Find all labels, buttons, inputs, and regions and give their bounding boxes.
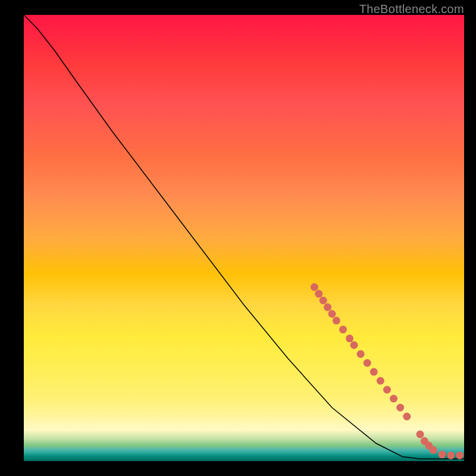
data-point — [403, 413, 411, 421]
data-point — [364, 359, 371, 367]
data-point — [320, 297, 327, 305]
data-point — [328, 310, 336, 318]
chart-plot-area — [24, 15, 464, 461]
data-point — [350, 342, 358, 349]
data-point — [333, 317, 340, 324]
data-point — [377, 377, 384, 385]
data-point — [311, 283, 318, 291]
data-point — [390, 395, 397, 403]
data-point — [396, 404, 404, 412]
watermark-text: TheBottleneck.com — [359, 2, 464, 16]
data-point — [346, 334, 353, 342]
data-point — [370, 368, 378, 376]
data-point — [383, 386, 391, 394]
data-point — [357, 350, 365, 358]
data-point — [439, 450, 446, 458]
data-point — [456, 452, 464, 459]
data-point — [447, 452, 455, 459]
chart-svg — [24, 15, 464, 461]
data-point — [430, 446, 437, 454]
data-point — [416, 431, 424, 439]
data-point — [324, 303, 331, 311]
data-point — [315, 290, 322, 298]
curve-line — [24, 15, 464, 459]
data-point — [339, 325, 347, 333]
dots-series — [311, 283, 464, 459]
